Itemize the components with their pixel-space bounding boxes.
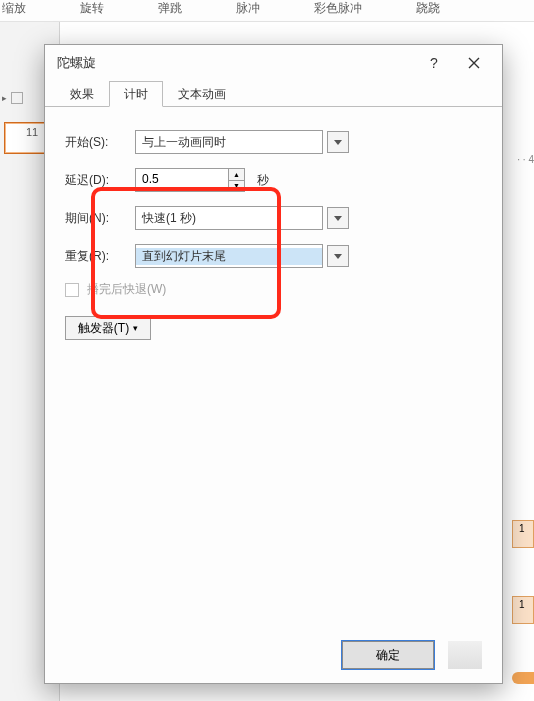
ribbon-item[interactable]: 旋转 xyxy=(80,0,104,21)
spin-up-button[interactable]: ▲ xyxy=(229,169,244,181)
dialog-footer: 确定 xyxy=(45,627,502,683)
duration-value: 快速(1 秒) xyxy=(136,210,322,227)
duration-label: 期间(N): xyxy=(65,210,127,227)
repeat-label: 重复(R): xyxy=(65,248,127,265)
start-combo[interactable]: 与上一动画同时 xyxy=(135,130,323,154)
animation-timing-dialog: 陀螺旋 ? 效果 计时 文本动画 开始(S): 与上一动画同时 延迟(D): 0 xyxy=(44,44,503,684)
ribbon-item[interactable]: 脉冲 xyxy=(236,0,260,21)
dialog-titlebar: 陀螺旋 ? xyxy=(45,45,502,81)
repeat-combo[interactable]: 直到幻灯片末尾 xyxy=(135,244,323,268)
animation-marker[interactable]: 1 xyxy=(512,596,534,624)
spin-down-button[interactable]: ▼ xyxy=(229,181,244,192)
ribbon-animation-labels: 缩放 旋转 弹跳 脉冲 彩色脉冲 跷跷 xyxy=(0,0,534,22)
repeat-value: 直到幻灯片末尾 xyxy=(136,248,322,265)
ruler-mark: · · 4 xyxy=(517,154,534,165)
start-combo-arrow[interactable] xyxy=(327,131,349,153)
close-button[interactable] xyxy=(454,47,494,79)
delay-spinner[interactable]: 0.5 ▲ ▼ xyxy=(135,168,245,192)
start-value: 与上一动画同时 xyxy=(136,134,322,151)
ribbon-item[interactable]: 彩色脉冲 xyxy=(314,0,362,21)
dialog-title: 陀螺旋 xyxy=(57,54,414,72)
ribbon-item[interactable]: 缩放 xyxy=(2,0,26,21)
duration-combo-arrow[interactable] xyxy=(327,207,349,229)
right-edge-markers: 1 1 xyxy=(512,430,534,701)
slide-number: 11 xyxy=(26,126,38,138)
triggers-button[interactable]: 触发器(T) ▾ xyxy=(65,316,151,340)
rewind-checkbox[interactable] xyxy=(65,283,79,297)
tab-effect[interactable]: 效果 xyxy=(55,81,109,107)
dialog-body: 开始(S): 与上一动画同时 延迟(D): 0.5 ▲ ▼ 秒 xyxy=(45,107,502,627)
ribbon-item[interactable]: 弹跳 xyxy=(158,0,182,21)
rewind-label: 播完后快退(W) xyxy=(87,281,166,298)
duration-combo[interactable]: 快速(1 秒) xyxy=(135,206,323,230)
delay-label: 延迟(D): xyxy=(65,172,127,189)
tab-timing[interactable]: 计时 xyxy=(109,81,163,107)
repeat-combo-arrow[interactable] xyxy=(327,245,349,267)
delay-value[interactable]: 0.5 xyxy=(136,169,228,191)
help-button[interactable]: ? xyxy=(414,47,454,79)
start-label: 开始(S): xyxy=(65,134,127,151)
rewind-checkbox-row[interactable]: 播完后快退(W) xyxy=(65,281,482,298)
shape-edge xyxy=(512,672,534,684)
cancel-button-partial[interactable] xyxy=(448,641,482,669)
dialog-tabs: 效果 计时 文本动画 xyxy=(45,81,502,107)
tab-text-animation[interactable]: 文本动画 xyxy=(163,81,241,107)
delay-unit: 秒 xyxy=(257,172,269,189)
ok-button[interactable]: 确定 xyxy=(342,641,434,669)
animation-marker[interactable]: 1 xyxy=(512,520,534,548)
ribbon-item[interactable]: 跷跷 xyxy=(416,0,440,21)
